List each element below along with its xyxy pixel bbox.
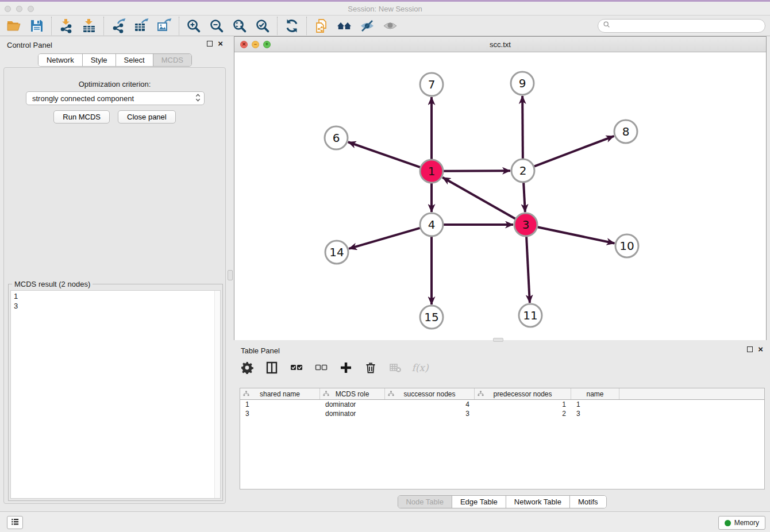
- refresh-view-icon[interactable]: [280, 17, 303, 35]
- toolbar-separator: [179, 17, 179, 35]
- export-network-icon[interactable]: [107, 17, 130, 35]
- column-header-successor-nodes[interactable]: successor nodes: [385, 388, 475, 399]
- svg-text:10: 10: [619, 239, 634, 253]
- table-cell: dominator: [320, 409, 385, 418]
- save-session-icon[interactable]: [25, 17, 48, 35]
- show-graphics-details-icon[interactable]: [379, 17, 402, 35]
- tab-motifs[interactable]: Motifs: [569, 496, 606, 508]
- close-table-panel-icon[interactable]: ×: [758, 346, 763, 352]
- import-table-icon[interactable]: [78, 17, 101, 35]
- column-header-shared-name[interactable]: shared name: [240, 388, 320, 399]
- import-network-icon[interactable]: [55, 17, 78, 35]
- edge-2-9[interactable]: [522, 96, 523, 159]
- result-scrollbar[interactable]: [214, 291, 220, 498]
- float-panel-icon[interactable]: [207, 41, 213, 47]
- criterion-dropdown[interactable]: strongly connected component: [26, 91, 205, 105]
- node-14[interactable]: 14: [325, 241, 348, 264]
- add-column-icon[interactable]: [338, 360, 353, 375]
- svg-text:7: 7: [428, 78, 436, 91]
- tab-select[interactable]: Select: [116, 54, 153, 66]
- horizontal-splitter-grip[interactable]: [493, 338, 503, 342]
- zoom-selected-icon[interactable]: [251, 17, 274, 35]
- table-mode-gear-icon[interactable]: [240, 360, 255, 375]
- column-header-name[interactable]: name: [571, 388, 619, 399]
- vertical-splitter-grip[interactable]: [228, 270, 233, 280]
- table-cell: 1: [240, 400, 320, 409]
- close-panel-icon[interactable]: ×: [218, 41, 223, 47]
- edge-3-10[interactable]: [538, 227, 615, 243]
- node-10[interactable]: 10: [615, 234, 638, 257]
- tab-style[interactable]: Style: [82, 54, 116, 66]
- node-1[interactable]: 1: [420, 160, 443, 183]
- node-15[interactable]: 15: [420, 306, 443, 329]
- column-header-predecessor-nodes[interactable]: predecessor nodes: [475, 388, 571, 399]
- tab-network[interactable]: Network: [38, 54, 82, 66]
- table-cell: dominator: [320, 400, 385, 409]
- control-panel-header: Control Panel ×: [0, 36, 230, 53]
- zoom-out-icon[interactable]: [205, 17, 228, 35]
- select-all-rows-icon[interactable]: [289, 360, 304, 375]
- column-pane-icon[interactable]: [264, 360, 279, 375]
- svg-text:3: 3: [522, 218, 530, 232]
- app-title: Session: New Session: [0, 5, 770, 13]
- delete-column-icon[interactable]: [363, 360, 378, 375]
- column-header-MCDS-role[interactable]: MCDS role: [320, 388, 385, 399]
- table-cell: 3: [240, 409, 320, 418]
- ndex-home-icon[interactable]: [333, 17, 356, 35]
- table-panel-header: Table Panel ×: [234, 342, 770, 359]
- close-panel-button[interactable]: Close panel: [118, 110, 176, 124]
- tab-edge-table[interactable]: Edge Table: [452, 496, 506, 508]
- export-table-icon[interactable]: [130, 17, 153, 35]
- table-tabs: Node TableEdge TableNetwork TableMotifs: [397, 495, 606, 508]
- node-4[interactable]: 4: [420, 213, 443, 236]
- network-graph: 7968124314101511: [234, 52, 766, 340]
- search-field[interactable]: [598, 19, 765, 33]
- node-8[interactable]: 8: [614, 120, 637, 143]
- column-header-filler: [619, 388, 764, 399]
- table-row[interactable]: 3dominator323: [240, 409, 764, 418]
- open-session-icon[interactable]: [2, 17, 25, 35]
- memory-button[interactable]: Memory: [718, 516, 765, 530]
- svg-text:14: 14: [329, 245, 344, 259]
- zoom-fit-icon[interactable]: [228, 17, 251, 35]
- edge-1-6[interactable]: [348, 142, 420, 167]
- table-row[interactable]: 1dominator411: [240, 400, 764, 409]
- clone-network-icon[interactable]: [310, 17, 333, 35]
- node-7[interactable]: 7: [420, 73, 443, 96]
- tab-node-table[interactable]: Node Table: [398, 496, 452, 508]
- hide-graphics-details-icon[interactable]: [356, 17, 379, 35]
- tab-network-table[interactable]: Network Table: [506, 496, 569, 508]
- run-mcds-button[interactable]: Run MCDS: [53, 110, 110, 124]
- zoom-in-icon[interactable]: [182, 17, 205, 35]
- edge-4-14[interactable]: [349, 228, 420, 249]
- column-tree-icon: [478, 391, 484, 399]
- toolbar-separator: [306, 17, 307, 35]
- network-canvas[interactable]: 7968124314101511: [234, 52, 766, 340]
- task-history-button[interactable]: [7, 516, 23, 529]
- criterion-value: strongly connected component: [32, 94, 195, 103]
- search-input[interactable]: [613, 21, 760, 30]
- float-table-panel-icon[interactable]: [747, 346, 753, 352]
- export-image-icon[interactable]: [153, 17, 176, 35]
- node-6[interactable]: 6: [325, 126, 348, 149]
- node-3[interactable]: 3: [514, 213, 537, 236]
- edge-3-11[interactable]: [526, 237, 530, 303]
- table-cell: 1: [571, 400, 619, 409]
- tab-mcds[interactable]: MCDS: [153, 54, 191, 66]
- network-window-titlebar[interactable]: ✕ − + scc.txt: [234, 37, 766, 52]
- edge-2-8[interactable]: [534, 136, 614, 167]
- network-view-window: ✕ − + scc.txt 7968124314101511: [234, 36, 767, 340]
- memory-label: Memory: [734, 519, 759, 527]
- toolbar-icon-group: [2, 17, 402, 35]
- edge-3-1[interactable]: [442, 178, 515, 219]
- node-9[interactable]: 9: [511, 72, 534, 95]
- deselect-all-rows-icon[interactable]: [314, 360, 329, 375]
- mcds-result-textarea[interactable]: 1 3: [10, 290, 221, 499]
- list-icon: [10, 516, 20, 529]
- node-11[interactable]: 11: [519, 304, 542, 327]
- edge-1-2[interactable]: [444, 171, 510, 171]
- table-body: 1dominator4113dominator323: [240, 400, 764, 418]
- node-2[interactable]: 2: [511, 159, 534, 182]
- edge-2-3[interactable]: [523, 183, 525, 212]
- svg-text:1: 1: [428, 164, 436, 178]
